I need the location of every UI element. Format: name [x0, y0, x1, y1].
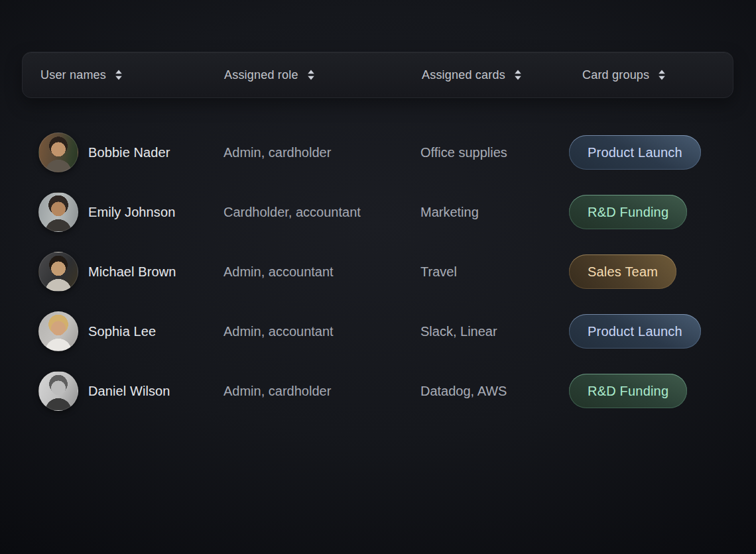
assigned-cards: Office supplies — [420, 133, 507, 172]
avatar — [38, 192, 78, 232]
column-header-user-names[interactable]: User names — [40, 52, 123, 97]
assigned-role: Admin, accountant — [223, 311, 334, 351]
user-name: Sophia Lee — [88, 311, 156, 351]
user-name: Daniel Wilson — [88, 371, 170, 411]
avatar — [38, 133, 78, 172]
sort-icon[interactable] — [658, 70, 666, 80]
assigned-cards: Slack, Linear — [420, 311, 497, 351]
assigned-role: Admin, cardholder — [223, 133, 331, 172]
assigned-role: Cardholder, accountant — [223, 192, 361, 232]
sort-icon[interactable] — [115, 70, 123, 80]
user-name: Emily Johnson — [88, 192, 175, 232]
avatar — [38, 311, 78, 351]
assigned-role: Admin, accountant — [223, 252, 334, 292]
assigned-role: Admin, cardholder — [223, 371, 331, 411]
column-header-assigned-cards[interactable]: Assigned cards — [422, 52, 522, 97]
user-name: Bobbie Nader — [88, 133, 170, 172]
column-header-assigned-role[interactable]: Assigned role — [224, 52, 315, 97]
column-header-label: Assigned cards — [422, 68, 505, 82]
column-header-card-groups[interactable]: Card groups — [582, 52, 666, 97]
table-row: Sophia Lee Admin, accountant Slack, Line… — [0, 311, 756, 351]
column-header-label: User names — [40, 68, 106, 82]
table-row: Emily Johnson Cardholder, accountant Mar… — [0, 192, 756, 232]
column-header-label: Assigned role — [224, 68, 298, 82]
table-row: Bobbie Nader Admin, cardholder Office su… — [0, 133, 756, 172]
user-name: Michael Brown — [88, 252, 176, 292]
users-table-page: User names Assigned role Assigned cards … — [0, 0, 756, 554]
card-group-badge[interactable]: R&D Funding — [569, 374, 687, 408]
table-row: Michael Brown Admin, accountant Travel S… — [0, 252, 756, 292]
column-header-label: Card groups — [582, 68, 649, 82]
card-group-badge[interactable]: R&D Funding — [569, 195, 687, 229]
table-row: Daniel Wilson Admin, cardholder Datadog,… — [0, 371, 756, 411]
assigned-cards: Travel — [420, 252, 457, 292]
assigned-cards: Marketing — [420, 192, 479, 232]
assigned-cards: Datadog, AWS — [420, 371, 507, 411]
card-group-badge[interactable]: Product Launch — [569, 135, 701, 170]
avatar — [38, 252, 78, 292]
card-group-badge[interactable]: Sales Team — [569, 254, 676, 289]
card-group-badge[interactable]: Product Launch — [569, 314, 701, 349]
table-header: User names Assigned role Assigned cards … — [22, 52, 733, 98]
sort-icon[interactable] — [307, 70, 315, 80]
avatar — [38, 371, 78, 411]
sort-icon[interactable] — [514, 70, 522, 80]
